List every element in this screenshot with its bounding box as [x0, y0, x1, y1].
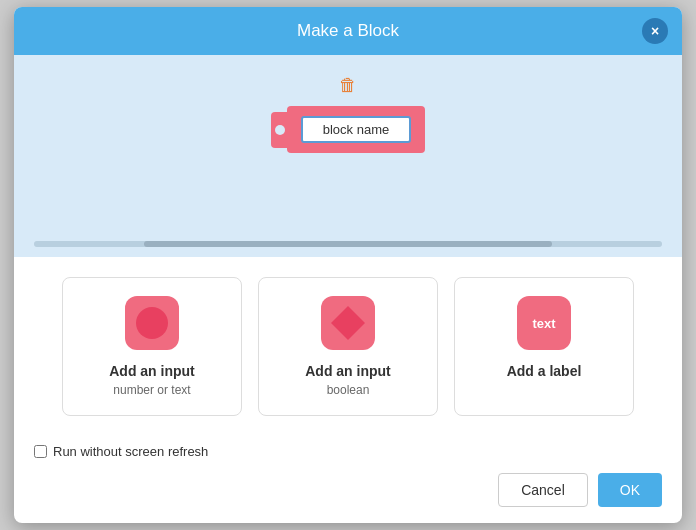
- option-subtitle-0: number or text: [113, 383, 190, 397]
- run-without-refresh-checkbox[interactable]: [34, 445, 47, 458]
- option-title-0: Add an input: [109, 362, 195, 380]
- option-add-label[interactable]: text Add a label: [454, 277, 634, 415]
- dialog-title: Make a Block: [297, 21, 399, 41]
- text-label-shape: text: [532, 316, 555, 331]
- option-title-1: Add an input: [305, 362, 391, 380]
- footer-buttons: Cancel OK: [34, 473, 662, 507]
- ok-button[interactable]: OK: [598, 473, 662, 507]
- option-subtitle-1: boolean: [327, 383, 370, 397]
- option-add-input-number-text[interactable]: Add an input number or text: [62, 277, 242, 415]
- make-a-block-dialog: Make a Block × 🗑 Add an input number or …: [14, 7, 682, 522]
- block-preview-area: 🗑: [14, 55, 682, 235]
- block-body: [287, 106, 425, 153]
- trash-icon[interactable]: 🗑: [339, 75, 357, 96]
- text-label-icon: text: [517, 296, 571, 350]
- circle-icon: [125, 296, 179, 350]
- scrollbar-track: [34, 241, 662, 247]
- cancel-button[interactable]: Cancel: [498, 473, 588, 507]
- diamond-shape: [331, 306, 365, 340]
- circle-shape: [136, 307, 168, 339]
- run-without-refresh-label[interactable]: Run without screen refresh: [53, 444, 208, 459]
- option-title-2: Add a label: [507, 362, 582, 380]
- scrollbar-thumb[interactable]: [144, 241, 552, 247]
- dialog-header: Make a Block ×: [14, 7, 682, 55]
- option-add-input-boolean[interactable]: Add an input boolean: [258, 277, 438, 415]
- scrollbar-area: [14, 235, 682, 257]
- checkbox-row: Run without screen refresh: [34, 444, 662, 459]
- block-shape: [271, 106, 425, 153]
- dialog-footer: Run without screen refresh Cancel OK: [14, 436, 682, 523]
- block-name-input[interactable]: [301, 116, 411, 143]
- close-button[interactable]: ×: [642, 18, 668, 44]
- options-row: Add an input number or text Add an input…: [14, 257, 682, 435]
- diamond-icon: [321, 296, 375, 350]
